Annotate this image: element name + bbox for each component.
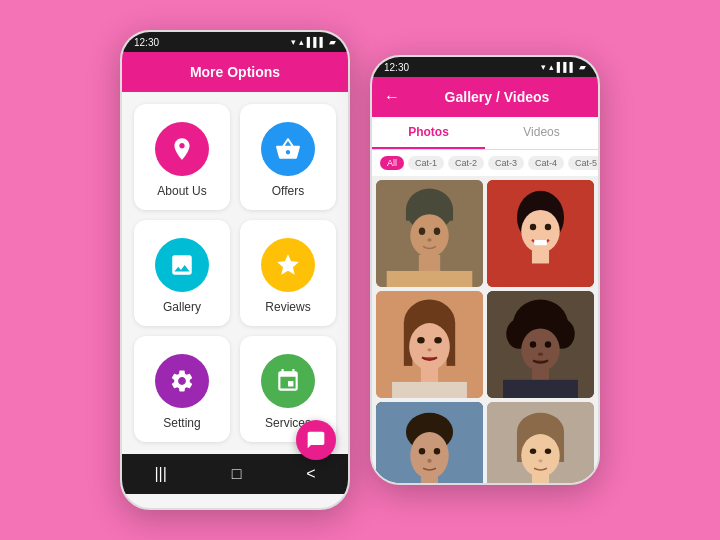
nav-back-icon[interactable]: < <box>306 465 315 483</box>
status-icons-left: ▾ ▴ ▌▌▌ ▰ <box>291 37 336 47</box>
svg-point-50 <box>545 449 551 454</box>
svg-point-22 <box>417 337 424 343</box>
reviews-label: Reviews <box>265 300 310 314</box>
svg-point-12 <box>530 224 536 230</box>
setting-label: Setting <box>163 416 200 430</box>
reviews-icon <box>261 238 315 292</box>
fab-button[interactable] <box>296 420 336 460</box>
offers-label: Offers <box>272 184 304 198</box>
photo-2[interactable] <box>487 180 594 287</box>
back-button[interactable]: ← <box>384 88 400 106</box>
tab-photos[interactable]: Photos <box>372 117 485 149</box>
gallery-grid <box>372 176 598 485</box>
cat-5[interactable]: Cat-5 <box>568 156 598 170</box>
offers-icon <box>261 122 315 176</box>
svg-point-24 <box>427 348 431 351</box>
bottom-nav-left: ||| □ < <box>122 454 348 494</box>
about-us-label: About Us <box>157 184 206 198</box>
svg-point-42 <box>427 459 431 463</box>
phone-left: 12:30 ▾ ▴ ▌▌▌ ▰ More Options About Us <box>120 30 350 510</box>
setting-icon <box>155 354 209 408</box>
header-title-right: Gallery / Videos <box>408 89 586 105</box>
menu-card-setting[interactable]: Setting <box>134 336 230 442</box>
photo-4[interactable] <box>487 291 594 398</box>
time-right: 12:30 <box>384 62 409 73</box>
svg-rect-26 <box>392 382 467 398</box>
svg-rect-36 <box>503 380 578 398</box>
about-us-icon <box>155 122 209 176</box>
status-bar-left: 12:30 ▾ ▴ ▌▌▌ ▰ <box>122 32 348 52</box>
svg-point-4 <box>419 228 425 235</box>
header-left: More Options <box>122 52 348 92</box>
nav-menu-icon[interactable]: ||| <box>154 465 166 483</box>
svg-point-3 <box>410 214 449 257</box>
photo-1[interactable] <box>376 180 483 287</box>
svg-rect-52 <box>532 475 549 485</box>
svg-point-32 <box>530 341 536 347</box>
gallery-icon <box>155 238 209 292</box>
svg-point-21 <box>409 323 450 370</box>
svg-point-34 <box>538 353 543 356</box>
svg-point-23 <box>434 337 441 343</box>
menu-card-reviews[interactable]: Reviews <box>240 220 336 326</box>
gallery-label: Gallery <box>163 300 201 314</box>
menu-card-gallery[interactable]: Gallery <box>134 220 230 326</box>
phone-right: 12:30 ▾ ▴ ▌▌▌ ▰ ← Gallery / Videos Photo… <box>370 55 600 485</box>
photo-5[interactable] <box>376 402 483 485</box>
cat-all[interactable]: All <box>380 156 404 170</box>
status-bar-right: 12:30 ▾ ▴ ▌▌▌ ▰ <box>372 57 598 77</box>
svg-point-39 <box>410 432 449 479</box>
gallery-tabs: Photos Videos <box>372 117 598 150</box>
menu-card-offers[interactable]: Offers <box>240 104 336 210</box>
svg-point-49 <box>530 449 536 454</box>
time-left: 12:30 <box>134 37 159 48</box>
svg-rect-16 <box>532 251 549 264</box>
photo-3[interactable] <box>376 291 483 398</box>
svg-point-33 <box>545 341 551 347</box>
menu-grid: About Us Offers Gallery <box>122 92 348 454</box>
svg-rect-25 <box>421 368 438 384</box>
category-row: All Cat-1 Cat-2 Cat-3 Cat-4 Cat-5 <box>372 150 598 176</box>
cat-2[interactable]: Cat-2 <box>448 156 484 170</box>
cat-3[interactable]: Cat-3 <box>488 156 524 170</box>
svg-point-31 <box>521 328 560 371</box>
menu-card-about-us[interactable]: About Us <box>134 104 230 210</box>
svg-point-13 <box>545 224 551 230</box>
svg-point-11 <box>521 210 560 253</box>
cat-1[interactable]: Cat-1 <box>408 156 444 170</box>
header-title-left: More Options <box>190 64 280 80</box>
svg-rect-15 <box>508 260 572 287</box>
cat-4[interactable]: Cat-4 <box>528 156 564 170</box>
svg-point-5 <box>434 228 440 235</box>
svg-rect-43 <box>421 477 438 485</box>
svg-point-51 <box>538 459 542 462</box>
tab-videos[interactable]: Videos <box>485 117 598 149</box>
services-icon <box>261 354 315 408</box>
svg-point-41 <box>434 448 440 454</box>
header-right: ← Gallery / Videos <box>372 77 598 117</box>
photo-6[interactable] <box>487 402 594 485</box>
nav-home-icon[interactable]: □ <box>232 465 242 483</box>
svg-rect-8 <box>387 271 473 287</box>
status-icons-right: ▾ ▴ ▌▌▌ ▰ <box>541 62 586 72</box>
svg-rect-14 <box>534 240 547 245</box>
svg-point-6 <box>427 238 431 241</box>
phones-container: 12:30 ▾ ▴ ▌▌▌ ▰ More Options About Us <box>120 30 600 510</box>
svg-point-40 <box>419 448 425 454</box>
